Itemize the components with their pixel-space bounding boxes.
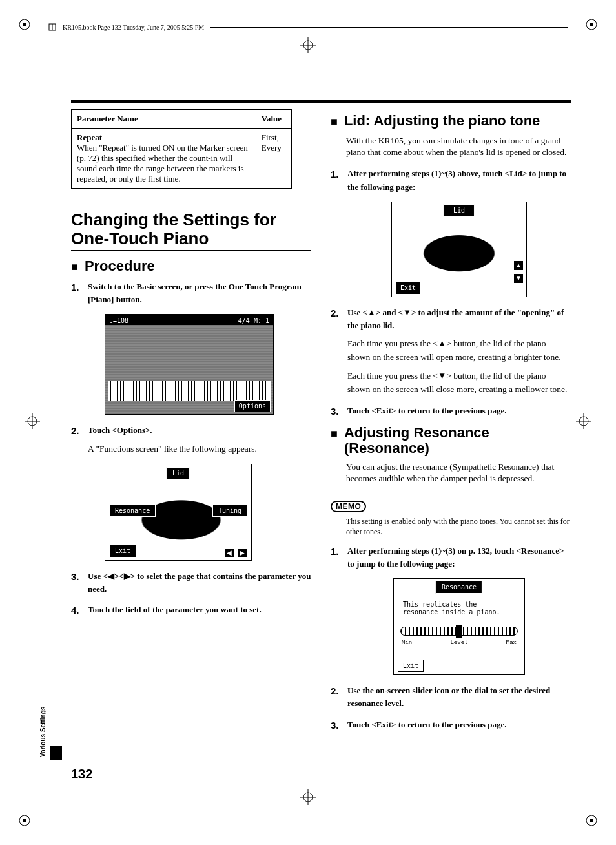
- step-item: Switch to the Basic screen, or press the…: [71, 280, 311, 415]
- step-item: Use <◀><▶> to selet the page that contai…: [71, 570, 311, 596]
- crop-mark-icon: [585, 18, 598, 31]
- level-label: Level: [450, 638, 467, 647]
- param-description: When "Repeat" is turned ON on the Marker…: [77, 143, 251, 184]
- step-body: A "Functions screen" like the following …: [88, 443, 311, 456]
- table-row: Repeat When "Repeat" is turned ON on the…: [72, 129, 292, 189]
- subsection-lid: ■ Lid: Adjusting the piano tone: [331, 113, 571, 130]
- table-header-value: Value: [256, 110, 292, 129]
- arrow-down-icon[interactable]: ▼: [513, 273, 524, 284]
- square-bullet-icon: ■: [331, 113, 338, 130]
- step-text: After performing steps (1)~(3) on p. 132…: [347, 545, 571, 570]
- meter-readout: 4/4 M: 1: [238, 316, 269, 324]
- step-text: After performing steps (1)~(3) above, to…: [347, 167, 571, 193]
- registration-mark-icon: [576, 413, 591, 432]
- svg-point-7: [590, 819, 593, 822]
- step-item: After performing steps (1)~(3) above, to…: [331, 167, 571, 297]
- param-name: Repeat: [77, 132, 251, 143]
- lid-button[interactable]: Lid: [167, 467, 190, 480]
- step-text: Use <▲> and <▼> to adjust the amount of …: [347, 306, 571, 332]
- registration-mark-icon: [300, 37, 316, 56]
- memo-text: This setting is enabled only with the pi…: [346, 516, 571, 537]
- slider-knob-icon[interactable]: [456, 625, 462, 638]
- resonance-button[interactable]: Resonance: [109, 505, 156, 517]
- crop-mark-icon: [18, 814, 31, 827]
- resonance-screen-figure: Resonance This replicates the resonance …: [393, 578, 525, 675]
- min-label: Min: [402, 638, 412, 647]
- table-header-param: Parameter Name: [72, 110, 256, 129]
- crop-mark-icon: [18, 18, 31, 31]
- step-text: Touch the field of the parameter you wan…: [88, 603, 311, 616]
- step-item: Touch <Exit> to return to the previous p…: [331, 404, 571, 417]
- square-bullet-icon: ■: [71, 258, 78, 275]
- step-text: Touch <Options>.: [88, 424, 311, 437]
- exit-button[interactable]: Exit: [398, 660, 424, 673]
- book-icon: [48, 23, 56, 31]
- screen-title: Resonance: [436, 581, 482, 594]
- section-rule: [71, 250, 311, 251]
- step-item: Touch <Options>. A "Functions screen" li…: [71, 424, 311, 560]
- registration-mark-icon: [300, 789, 316, 808]
- step-text: Touch <Exit> to return to the previous p…: [347, 718, 571, 731]
- subsection-label: Procedure: [85, 258, 155, 274]
- lid-intro: With the KR105, you can simulate changes…: [346, 135, 571, 158]
- exit-button[interactable]: Exit: [395, 282, 421, 295]
- print-header-text: KR105.book Page 132 Tuesday, June 7, 200…: [63, 24, 204, 31]
- step-text: Use the on-screen slider icon or the dia…: [347, 684, 571, 710]
- step-text: Use <◀><▶> to selet the page that contai…: [88, 570, 311, 596]
- step-text: Touch <Exit> to return to the previous p…: [347, 404, 571, 417]
- param-value: First, Every: [256, 129, 292, 189]
- square-bullet-icon: ■: [331, 425, 338, 442]
- registration-mark-icon: [25, 413, 40, 432]
- step-text: Switch to the Basic screen, or press the…: [88, 280, 311, 306]
- side-tab-label: Various Settings: [39, 707, 46, 757]
- side-tab-marker: [50, 746, 62, 760]
- max-label: Max: [506, 638, 517, 647]
- screen-title: Lid: [444, 204, 475, 217]
- step-item: Use <▲> and <▼> to adjust the amount of …: [331, 306, 571, 397]
- step-body: Each time you press the <▼> button, the …: [347, 370, 571, 397]
- subsection-procedure: ■ Procedure: [71, 258, 311, 275]
- step-body: Each time you press the <▲> button, the …: [347, 337, 571, 364]
- exit-button[interactable]: Exit: [109, 545, 136, 558]
- lid-screen-figure: Lid ▲ ▼ Exit: [391, 202, 527, 297]
- subsection-resonance: ■ Adjusting Resonance (Resonance): [331, 425, 571, 456]
- step-item: Use the on-screen slider icon or the dia…: [331, 684, 571, 710]
- basic-screen-figure: ♩=108 4/4 M: 1 Options: [105, 314, 274, 415]
- crop-mark-icon: [585, 814, 598, 827]
- functions-screen-figure: Lid Resonance Tuning Exit ◀ ▶: [105, 464, 252, 561]
- arrow-right-icon[interactable]: ▶: [237, 548, 247, 558]
- print-header: KR105.book Page 132 Tuesday, June 7, 200…: [48, 23, 568, 31]
- parameter-table: Parameter Name Value Repeat When "Repeat…: [71, 109, 292, 189]
- side-tab: Various Settings: [50, 680, 61, 757]
- subsection-label: Lid: Adjusting the piano tone: [344, 113, 540, 129]
- piano-keys-icon: [108, 381, 271, 401]
- memo-badge: MEMO: [331, 501, 366, 512]
- tuning-button[interactable]: Tuning: [212, 505, 247, 517]
- svg-point-1: [23, 23, 26, 26]
- page-number: 132: [71, 767, 92, 782]
- arrow-up-icon[interactable]: ▲: [513, 260, 524, 271]
- step-item: After performing steps (1)~(3) on p. 132…: [331, 545, 571, 675]
- screen-description: This replicates the resonance inside a p…: [403, 601, 515, 616]
- subsection-label: Adjusting Resonance (Resonance): [344, 425, 571, 456]
- svg-point-3: [590, 23, 593, 26]
- options-button[interactable]: Options: [234, 400, 271, 413]
- piano-image-icon: [398, 216, 520, 284]
- section-heading: Changing the Settings for One-Touch Pian…: [71, 211, 311, 247]
- top-rule: [71, 100, 571, 103]
- arrow-left-icon[interactable]: ◀: [224, 548, 234, 558]
- step-item: Touch the field of the parameter you wan…: [71, 603, 311, 616]
- step-item: Touch <Exit> to return to the previous p…: [331, 718, 571, 731]
- svg-point-5: [23, 819, 26, 822]
- tempo-readout: ♩=108: [109, 316, 128, 324]
- resonance-intro: You can adjust the resonance (Sympatheti…: [346, 461, 571, 485]
